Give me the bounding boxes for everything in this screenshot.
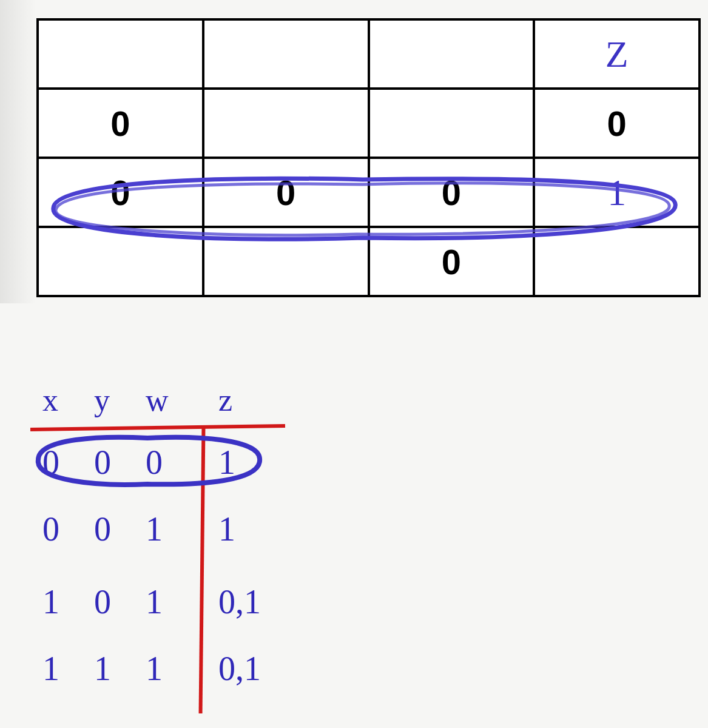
printed-row: 0 bbox=[38, 227, 700, 296]
printed-cell-z: 1 bbox=[534, 158, 700, 227]
hand-header-z: z bbox=[218, 382, 232, 418]
printed-row: 0 0 bbox=[38, 89, 700, 158]
printed-cell: 0 bbox=[38, 158, 203, 227]
printed-header-cell bbox=[369, 19, 534, 89]
printed-row-circled: 0 0 0 1 bbox=[38, 158, 700, 227]
page-shadow bbox=[0, 0, 36, 303]
printed-cell: 0 bbox=[203, 158, 369, 227]
hand-cell: 0 bbox=[94, 510, 111, 548]
hand-cell: 0 bbox=[42, 443, 59, 482]
hand-cell: 0,1 bbox=[218, 582, 261, 621]
printed-header-cell bbox=[203, 19, 369, 89]
hand-cell: 0 bbox=[42, 510, 59, 548]
hand-header-x: x bbox=[42, 382, 58, 418]
hand-cell: 1 bbox=[218, 510, 235, 548]
hand-cell: 1 bbox=[146, 582, 163, 621]
printed-cell bbox=[203, 89, 369, 158]
printed-cell: 0 bbox=[369, 227, 534, 296]
hand-cell: 0,1 bbox=[218, 649, 261, 688]
hand-cell: 1 bbox=[42, 649, 59, 688]
hand-cell: 1 bbox=[42, 582, 59, 621]
printed-header-row: Z bbox=[38, 19, 700, 89]
hand-header-y: y bbox=[94, 382, 110, 418]
printed-cell: 0 bbox=[369, 158, 534, 227]
printed-table: Z 0 0 0 0 0 1 0 bbox=[36, 18, 701, 297]
printed-cell bbox=[38, 227, 203, 296]
printed-cell bbox=[534, 227, 700, 296]
printed-header-cell bbox=[38, 19, 203, 89]
printed-cell bbox=[369, 89, 534, 158]
hand-table: x y w z 0 0 0 1 0 0 1 1 1 0 1 0,1 1 1 1 … bbox=[36, 382, 352, 722]
hand-cell: 0 bbox=[94, 443, 111, 482]
hand-table-z-separator bbox=[199, 428, 206, 713]
hand-cell: 1 bbox=[146, 649, 163, 688]
hand-cell: 1 bbox=[218, 443, 235, 482]
printed-cell bbox=[203, 227, 369, 296]
hand-cell: 0 bbox=[94, 582, 111, 621]
hand-header-w: w bbox=[146, 382, 169, 418]
printed-cell: 0 bbox=[38, 89, 203, 158]
hand-cell: 1 bbox=[146, 510, 163, 548]
printed-header-z: Z bbox=[534, 19, 700, 89]
hand-table-header-underline bbox=[30, 424, 285, 431]
printed-cell: 0 bbox=[534, 89, 700, 158]
hand-cell: 0 bbox=[146, 443, 163, 482]
hand-cell: 1 bbox=[94, 649, 111, 688]
